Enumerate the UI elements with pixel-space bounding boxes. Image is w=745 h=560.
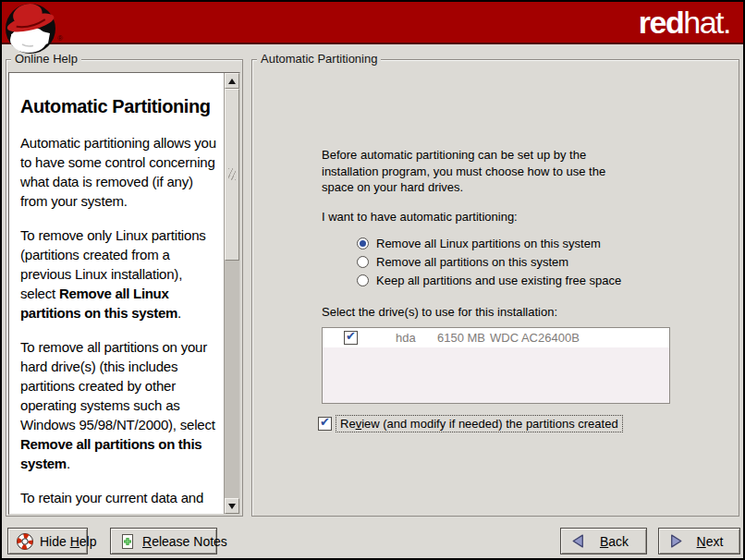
drive-checkbox[interactable] xyxy=(344,331,358,345)
hide-help-label: Hide Help xyxy=(40,534,97,549)
registered-trademark: ® xyxy=(57,34,63,43)
drive-row[interactable]: hda6150 MBWDC AC26400B xyxy=(323,328,669,347)
help-p1: Automatic partitioning allows you to hav… xyxy=(20,135,216,209)
review-checkbox-row[interactable]: Review (and modify if needed) the partit… xyxy=(318,415,623,432)
main-frame-label: Automatic Partitioning xyxy=(257,52,381,66)
release-notes-button[interactable]: Release Notes xyxy=(110,528,217,554)
help-content-area: Automatic Partitioning Automatic partiti… xyxy=(8,72,240,515)
review-checkbox[interactable] xyxy=(318,417,332,431)
brand-rest: hat. xyxy=(683,5,730,40)
help-text: Automatic Partitioning Automatic partiti… xyxy=(9,73,224,514)
release-notes-label: Release Notes xyxy=(142,534,227,549)
drives-label: Select the drive(s) to use for this inst… xyxy=(322,305,557,319)
help-scrollbar[interactable] xyxy=(224,73,239,514)
partitioning-radio-group: Remove all Linux partitions on this syst… xyxy=(357,234,621,289)
radio-unselected-icon[interactable] xyxy=(357,256,369,268)
radio-selected-icon[interactable] xyxy=(357,237,369,250)
scroll-up-arrow-icon[interactable] xyxy=(225,73,239,89)
help-p4: To retain your current data and xyxy=(20,490,203,505)
help-title: Automatic Partitioning xyxy=(20,97,221,116)
help-p2-end: . xyxy=(177,305,181,321)
help-paragraph: To remove only Linux partitions (partiti… xyxy=(20,225,221,323)
hide-help-button[interactable]: Hide Help xyxy=(7,528,88,554)
radio-option-label: Keep all partitions and use existing fre… xyxy=(376,274,621,287)
next-label: Next xyxy=(690,534,730,549)
help-p3-bold: Remove all partitions on this system xyxy=(20,436,202,471)
drive-table: hda6150 MBWDC AC26400B xyxy=(322,327,670,404)
back-arrow-icon xyxy=(570,533,586,549)
radio-option-label: Remove all partitions on this system xyxy=(376,255,568,269)
radio-option[interactable]: Remove all partitions on this system xyxy=(357,252,621,271)
next-button[interactable]: Next xyxy=(658,528,740,554)
scrollbar-thumb[interactable] xyxy=(225,89,239,261)
drive-model: WDC AC26400B xyxy=(490,331,580,345)
help-p3-end: . xyxy=(67,456,70,471)
review-checkbox-label[interactable]: Review (and modify if needed) the partit… xyxy=(336,415,623,432)
redhat-shadowman-logo-icon xyxy=(5,3,56,55)
radio-option[interactable]: Keep all partitions and use existing fre… xyxy=(357,271,621,289)
scroll-down-arrow-icon[interactable] xyxy=(225,498,239,514)
review-label-post: iew (and modify if needed) the partition… xyxy=(361,417,618,431)
release-notes-icon xyxy=(118,532,137,551)
installer-window: redhat. ® Online Help Automatic Partitio… xyxy=(0,0,745,560)
radio-option-label: Remove all Linux partitions on this syst… xyxy=(376,237,601,250)
help-paragraph: To remove all partitions on your hard dr… xyxy=(20,337,221,473)
online-help-panel: Online Help Automatic Partitioning Autom… xyxy=(6,59,243,517)
drive-device: hda xyxy=(396,331,416,345)
scrollbar-grip-icon xyxy=(228,168,236,180)
redhat-wordmark: redhat. xyxy=(639,5,730,41)
drive-size: 6150 MB xyxy=(437,331,485,345)
help-paragraph: Automatic partitioning allows you to hav… xyxy=(20,133,221,211)
back-button[interactable]: Back xyxy=(560,528,647,554)
radio-option[interactable]: Remove all Linux partitions on this syst… xyxy=(357,234,621,252)
review-label-pre: Re xyxy=(340,417,356,431)
radio-unselected-icon[interactable] xyxy=(357,274,369,286)
lifebuoy-icon xyxy=(16,532,34,551)
header-bar: redhat. xyxy=(2,2,743,44)
automatic-partitioning-panel: Automatic Partitioning Before automatic … xyxy=(251,59,739,517)
brand-bold: red xyxy=(639,5,683,40)
help-paragraph-clipped: To retain your current data and xyxy=(20,488,221,507)
footer-bar: Hide Help Release Notes Back xyxy=(2,517,743,558)
intro-text: Before automatic partitioning can be set… xyxy=(322,147,619,196)
help-p3-pre: To remove all partitions on your hard dr… xyxy=(20,339,215,432)
next-arrow-icon xyxy=(668,533,684,549)
back-label: Back xyxy=(592,534,637,549)
question-text: I want to have automatic partitioning: xyxy=(322,210,518,224)
